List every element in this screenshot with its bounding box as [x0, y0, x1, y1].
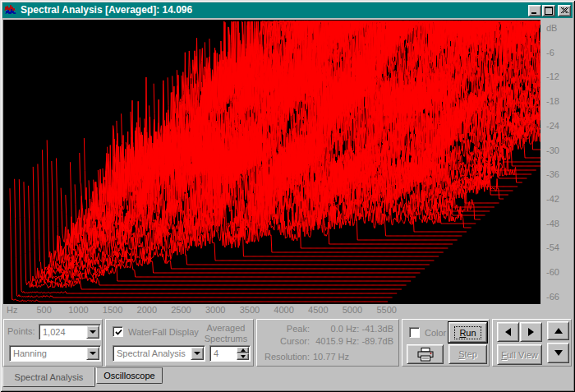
window-function-value: Hanning [13, 348, 47, 358]
averaged-spectrums-label: Averaged Spectrums [200, 323, 252, 344]
spectral-waterfall-icon [4, 4, 17, 17]
color-checkbox-label: Color [425, 328, 446, 338]
cursor-value: 4015.9 Hz: -89.7dB [310, 336, 393, 346]
maximize-button[interactable] [542, 5, 555, 16]
next-button[interactable] [520, 322, 542, 342]
hz-tick-label: 5500 [366, 305, 407, 315]
peak-label: Peak: [260, 324, 310, 334]
triangle-up-icon [241, 348, 246, 352]
db-tick-label: -54 [546, 242, 559, 252]
minimize-button[interactable] [528, 5, 541, 16]
hz-axis-unit-label: Hz [7, 305, 17, 315]
peak-value: 0.0 Hz: -41.3dB [310, 324, 393, 334]
db-tick-label: -42 [546, 194, 559, 204]
triangle-down-icon [554, 350, 563, 356]
mode-dropdown-button[interactable] [191, 347, 204, 360]
spinner-down-button[interactable] [237, 353, 249, 360]
triangle-down-icon [241, 355, 246, 358]
prev-button[interactable] [497, 322, 519, 342]
db-tick-label: -36 [546, 169, 559, 179]
scroll-down-button[interactable] [547, 343, 569, 363]
resolution-label: Resolution: [260, 352, 310, 362]
points-combobox[interactable]: 1,024 [39, 324, 101, 340]
check-icon [114, 328, 123, 337]
display-group: WaterFall Display Averaged Spectrums Spe… [105, 319, 254, 367]
points-value: 1,024 [43, 327, 66, 337]
run-button[interactable]: Run [448, 322, 487, 343]
triangle-left-icon [505, 328, 511, 336]
mode-combobox[interactable]: Spectral Analysis [113, 345, 205, 362]
full-view-button-label: Full View [501, 350, 537, 360]
readouts-group: Peak: 0.0 Hz: -41.3dB Cursor: 4015.9 Hz:… [256, 319, 399, 367]
cursor-label: Cursor: [260, 336, 310, 346]
app-icon[interactable] [4, 4, 17, 17]
averaged-label-line1: Averaged [200, 323, 252, 334]
chevron-down-icon [90, 352, 96, 355]
navigation-group: Full View [492, 319, 572, 367]
waterfall-canvas[interactable] [3, 20, 540, 304]
db-tick-label: -6 [546, 48, 554, 58]
triangle-up-icon [554, 328, 563, 334]
hz-axis: Hz50010001500200025003000350040004500500… [3, 304, 572, 316]
averaged-spectrums-spinner[interactable]: 4 [209, 345, 251, 362]
close-button[interactable] [558, 5, 571, 16]
points-group: Points: 1,024 Hanning [3, 319, 103, 367]
db-tick-label: -66 [546, 292, 559, 302]
window-function-combobox[interactable]: Hanning [9, 345, 101, 362]
window-function-dropdown-button[interactable] [86, 347, 99, 360]
points-label: Points: [7, 326, 35, 336]
run-group: Color Run Step [402, 319, 490, 367]
minimize-icon [531, 7, 539, 15]
tab-oscilloscope[interactable]: Oscilloscope [96, 367, 163, 384]
db-tick-label: -60 [546, 267, 559, 277]
app-window: Spectral Analysis [Averaged]: 14.096 dB-… [0, 0, 575, 392]
db-tick-label: -12 [546, 71, 559, 81]
scroll-up-button[interactable] [547, 321, 569, 340]
db-tick-label: -24 [546, 121, 559, 131]
db-tick-label: -30 [546, 145, 559, 155]
run-button-label: Run [454, 326, 481, 339]
db-tick-label: -18 [546, 96, 559, 106]
chevron-down-icon [194, 352, 200, 355]
resolution-value: 10.77 Hz [310, 352, 393, 362]
tab-strip: Spectral Analysis Oscilloscope [2, 367, 573, 390]
maximize-icon [545, 7, 553, 15]
waterfall-checkbox[interactable] [113, 326, 123, 337]
close-icon [561, 7, 568, 14]
full-view-button[interactable]: Full View [497, 344, 542, 365]
printer-icon [416, 348, 435, 362]
step-button[interactable]: Step [448, 344, 487, 364]
chevron-down-icon [90, 330, 96, 334]
print-button[interactable] [407, 344, 444, 364]
averaged-spectrums-value: 4 [214, 348, 218, 358]
color-checkbox[interactable] [409, 327, 420, 338]
averaged-label-line2: Spectrums [200, 334, 252, 344]
window-title: Spectral Analysis [Averaged]: 14.096 [21, 2, 527, 18]
points-dropdown-button[interactable] [86, 325, 99, 339]
step-button-label: Step [458, 349, 477, 359]
waterfall-checkbox-label: WaterFall Display [128, 327, 199, 337]
spinner-up-button[interactable] [237, 347, 249, 353]
db-axis: dB-6-12-18-24-30-36-42-48-54-60-66 [540, 20, 572, 304]
mode-value: Spectral Analysis [117, 348, 186, 358]
db-tick-label: dB [546, 23, 557, 33]
triangle-right-icon [528, 328, 534, 336]
tab-spectral-analysis[interactable]: Spectral Analysis [2, 367, 95, 387]
title-bar: Spectral Analysis [Averaged]: 14.096 [2, 2, 573, 18]
db-tick-label: -48 [546, 219, 559, 228]
